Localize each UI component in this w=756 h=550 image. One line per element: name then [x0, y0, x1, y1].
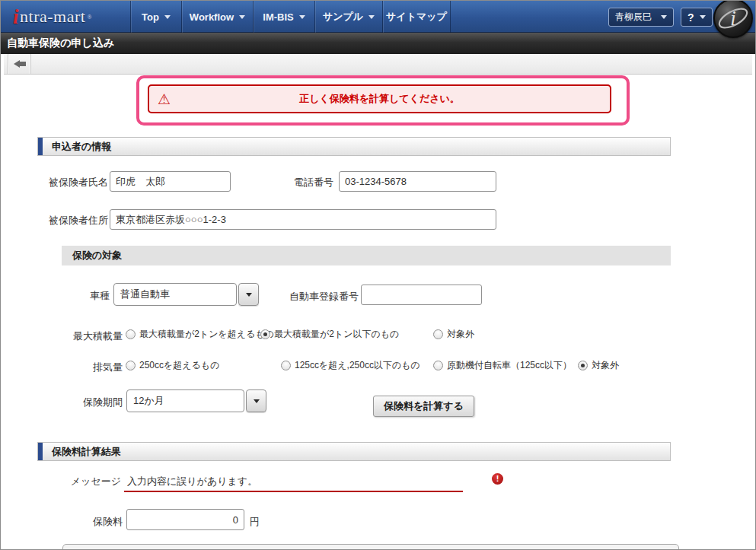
chevron-down-icon	[239, 15, 245, 19]
premium-input[interactable]	[126, 509, 244, 530]
back-arrow-icon	[14, 60, 26, 68]
section-applicant-header: 申込者の情報	[37, 137, 671, 156]
radio-icon[interactable]	[578, 361, 588, 370]
svg-text:i: i	[730, 7, 736, 30]
max-load-option-over2t[interactable]: 最大積載量が2トンを超えるもの	[126, 328, 274, 340]
period-value: 12か月	[133, 394, 164, 408]
section-accent-bar	[38, 443, 43, 460]
message-value: 入力内容に誤りがあります。	[127, 475, 257, 488]
logo-text: ntra-mart	[20, 7, 85, 27]
period-dropdown-button[interactable]	[246, 389, 266, 412]
displacement-option-moped[interactable]: 原動機付自転車（125cc以下）	[433, 359, 572, 371]
nav-item-sitemap[interactable]: サイトマップ	[382, 1, 451, 33]
toolbar	[4, 54, 752, 75]
nav-item-sample[interactable]: サンプル	[314, 1, 382, 33]
section-result-header: 保険料計算結果	[37, 442, 671, 461]
user-menu-button[interactable]: 青柳辰巳	[608, 8, 674, 27]
bottom-panel-partial	[62, 544, 679, 550]
car-type-label: 車種	[72, 289, 110, 303]
chevron-down-icon	[661, 15, 667, 19]
global-header: intra-mart® Top Workflow IM-BIS サンプル サイト…	[1, 1, 755, 33]
section-target-header: 保険の対象	[62, 246, 671, 265]
help-label: ?	[687, 11, 694, 24]
max-load-option-under2t[interactable]: 最大積載量が2トン以下のもの	[260, 328, 399, 340]
back-button[interactable]	[8, 54, 31, 74]
caret-down-icon	[246, 293, 252, 297]
max-load-option-na[interactable]: 対象外	[433, 328, 474, 340]
logo-i-glyph: i	[13, 5, 19, 29]
displacement-option-over250[interactable]: 250ccを超えるもの	[126, 359, 219, 371]
max-load-label: 最大積載量	[54, 329, 123, 343]
displacement-option-125to250[interactable]: 125ccを超え,250cc以下のもの	[281, 359, 420, 371]
phone-input[interactable]	[339, 171, 496, 192]
help-menu-button[interactable]: ?	[681, 8, 713, 27]
caret-down-icon	[254, 399, 260, 403]
alert-banner: ⚠ 正しく保険料を計算してください。	[148, 84, 611, 113]
car-type-value: 普通自動車	[120, 288, 170, 301]
displacement-label: 排気量	[54, 361, 123, 374]
intra-mart-logo: intra-mart®	[13, 1, 92, 33]
chevron-down-icon	[700, 15, 706, 19]
registration-number-label: 自動車登録番号	[275, 290, 359, 304]
insured-name-label: 被保険者氏名	[30, 176, 108, 189]
nav-item-im-bis[interactable]: IM-BIS	[253, 1, 314, 33]
user-name: 青柳辰巳	[615, 11, 652, 24]
nav-item-workflow[interactable]: Workflow	[181, 1, 253, 33]
calculate-premium-button[interactable]: 保険料を計算する	[373, 396, 474, 417]
phone-label: 電話番号	[260, 176, 333, 189]
badge-swoosh-icon: i	[715, 0, 751, 37]
radio-icon[interactable]	[260, 329, 270, 339]
displacement-option-na[interactable]: 対象外	[578, 359, 619, 371]
registration-number-input[interactable]	[361, 285, 482, 305]
radio-icon[interactable]	[433, 361, 443, 370]
insurance-application-window: intra-mart® Top Workflow IM-BIS サンプル サイト…	[0, 0, 756, 550]
radio-icon[interactable]	[126, 361, 136, 370]
section-target-title: 保険の対象	[72, 250, 122, 261]
car-type-select[interactable]: 普通自動車	[113, 283, 237, 306]
premium-label: 保険料	[54, 515, 123, 529]
insured-address-input[interactable]	[110, 209, 496, 230]
message-underline	[124, 491, 463, 492]
section-result-title: 保険料計算結果	[52, 446, 121, 457]
premium-unit: 円	[250, 515, 260, 529]
chevron-down-icon	[368, 15, 375, 19]
radio-icon[interactable]	[281, 361, 291, 370]
period-label: 保険期間	[54, 396, 123, 409]
chevron-down-icon	[164, 15, 171, 19]
chevron-down-icon	[299, 15, 305, 19]
warning-triangle-icon: ⚠	[158, 92, 171, 107]
registered-mark: ®	[87, 14, 92, 21]
error-icon: !	[492, 473, 503, 485]
radio-icon[interactable]	[433, 329, 443, 339]
section-accent-bar	[38, 138, 43, 155]
intra-mart-badge-icon[interactable]: i	[713, 0, 753, 38]
page-title: 自動車保険の申し込み	[7, 37, 114, 50]
insured-name-input[interactable]	[110, 171, 231, 192]
period-select[interactable]: 12か月	[126, 389, 244, 412]
page-title-bar: 自動車保険の申し込み	[1, 33, 755, 54]
insured-address-label: 被保険者住所	[30, 214, 108, 227]
message-label: メッセージ	[53, 475, 121, 488]
section-applicant-title: 申込者の情報	[52, 141, 111, 152]
radio-icon[interactable]	[126, 329, 136, 339]
car-type-dropdown-button[interactable]	[238, 283, 259, 306]
global-nav: Top Workflow IM-BIS サンプル サイトマップ	[130, 1, 451, 33]
alert-message: 正しく保険料を計算してください。	[149, 92, 610, 106]
nav-item-top[interactable]: Top	[130, 1, 181, 33]
